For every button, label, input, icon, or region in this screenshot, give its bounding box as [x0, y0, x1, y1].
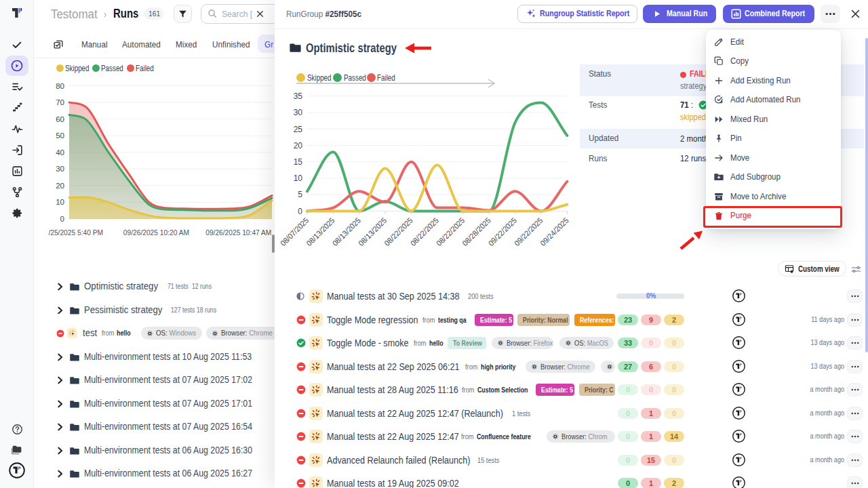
svg-text:70: 70: [56, 98, 64, 106]
svg-text:09/26/2025 10:47 AM: 09/26/2025 10:47 AM: [205, 228, 271, 237]
svg-text:0: 0: [298, 207, 302, 216]
svg-text:50: 50: [56, 131, 64, 140]
svg-text:/25/2025 5:40 PM: /25/2025 5:40 PM: [48, 228, 103, 237]
svg-text:80: 80: [56, 82, 64, 90]
svg-text:30: 30: [294, 108, 303, 117]
svg-text:60: 60: [56, 115, 64, 123]
svg-text:09/24/2025: 09/24/2025: [538, 216, 570, 248]
svg-text:30: 30: [56, 165, 64, 173]
svg-text:40: 40: [56, 148, 64, 157]
svg-text:25: 25: [294, 125, 303, 134]
svg-text:0: 0: [60, 215, 64, 223]
svg-text:35: 35: [294, 92, 303, 101]
svg-text:5: 5: [298, 190, 302, 199]
svg-text:10: 10: [294, 174, 303, 183]
svg-text:20: 20: [294, 141, 303, 150]
svg-text:15: 15: [294, 157, 303, 167]
svg-text:09/26/2025 10:20 AM: 09/26/2025 10:20 AM: [123, 228, 189, 237]
svg-text:20: 20: [56, 182, 64, 190]
svg-text:10: 10: [56, 198, 64, 206]
